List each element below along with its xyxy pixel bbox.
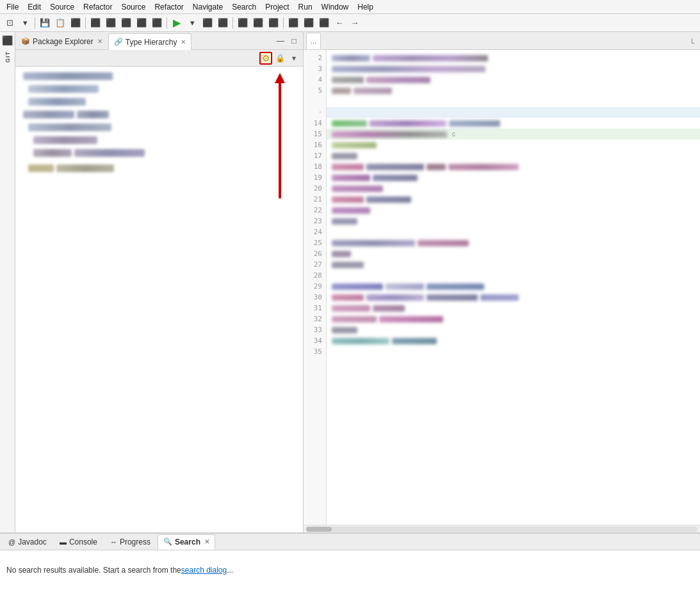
- type-hierarchy-btn[interactable]: ⚙: [259, 52, 272, 65]
- toolbar-btn-14[interactable]: ⬛: [286, 16, 300, 30]
- toolbar-sep-2: [85, 17, 86, 29]
- left-panel: 📦 Package Explorer ✕ 🔗 Type Hierarchy ✕ …: [15, 32, 304, 532]
- toolbar-btn-run[interactable]: ▶: [170, 16, 184, 30]
- toolbar-btn-run-dd[interactable]: ▾: [185, 16, 199, 30]
- tab-type-hierarchy[interactable]: 🔗 Type Hierarchy ✕: [108, 33, 192, 50]
- tab-type-hierarchy-close[interactable]: ✕: [181, 38, 186, 45]
- code-line-18: [332, 161, 695, 172]
- toolbar-btn-5[interactable]: ⬛: [88, 16, 102, 30]
- left-panel-content[interactable]: [15, 67, 303, 532]
- editor-tab-main[interactable]: ...: [306, 33, 321, 49]
- toolbar-sep-1: [35, 17, 35, 29]
- menu-window[interactable]: Window: [318, 2, 353, 12]
- tab-package-explorer-close[interactable]: ✕: [97, 38, 102, 45]
- toolbar-btn-18[interactable]: →: [348, 16, 362, 30]
- code-line-14: [332, 118, 695, 129]
- toolbar-btn-debug[interactable]: ⬛: [134, 16, 149, 30]
- tab-search[interactable]: 🔍 Search ✕: [158, 534, 215, 550]
- code-line-23: [332, 216, 695, 227]
- tab-javadoc[interactable]: @ Javadoc: [3, 534, 53, 550]
- toolbar-btn-4[interactable]: ⬛: [69, 16, 83, 30]
- bottom-tabbar: @ Javadoc ▬ Console ↔ Progress 🔍 Search …: [0, 534, 700, 550]
- lock-btn[interactable]: 🔒: [273, 52, 286, 65]
- toolbar-btn-15[interactable]: ⬛: [302, 16, 316, 30]
- menu-source-1[interactable]: Source: [46, 2, 78, 12]
- hscroll-thumb[interactable]: [306, 527, 332, 532]
- code-line-blank: [332, 96, 695, 107]
- code-area[interactable]: c: [327, 50, 700, 525]
- menu-source-2[interactable]: Source: [117, 2, 149, 12]
- panels-row: ⬛ GIT 📦 Package Explorer ✕ 🔗 Type Hierar…: [0, 32, 700, 532]
- perspective-icon-2[interactable]: GIT: [2, 51, 13, 63]
- toolbar-btn-11[interactable]: ⬛: [236, 16, 250, 30]
- tab-console[interactable]: ▬ Console: [54, 534, 103, 550]
- no-results-text: No search results available. Start a sea…: [6, 566, 181, 575]
- tab-progress[interactable]: ↔ Progress: [104, 534, 156, 550]
- line-dot: ·: [318, 107, 322, 118]
- view-menu-btn[interactable]: ▾: [288, 52, 300, 65]
- menu-file[interactable]: File: [3, 2, 22, 12]
- code-line-22: [332, 205, 695, 216]
- editor-tabbar: ... L: [304, 32, 700, 50]
- line-20: 20: [314, 183, 322, 194]
- line-5: 5: [318, 85, 322, 96]
- toolbar-btn-6[interactable]: ⬛: [104, 16, 118, 30]
- line-32: 32: [314, 314, 322, 324]
- toolbar-btn-10[interactable]: ⬛: [216, 16, 230, 30]
- left-panel-tabbar: 📦 Package Explorer ✕ 🔗 Type Hierarchy ✕ …: [15, 32, 303, 50]
- editor-hscroll[interactable]: [304, 525, 700, 532]
- toolbar-sep-5: [283, 17, 284, 29]
- tab-progress-label: Progress: [120, 538, 151, 546]
- toolbar-btn-13[interactable]: ⬛: [266, 16, 281, 30]
- line-4: 4: [318, 74, 322, 85]
- line-21: 21: [314, 194, 322, 205]
- line-26: 26: [314, 248, 322, 259]
- toolbar-btn-1[interactable]: ⊡: [3, 16, 17, 30]
- toolbar-btn-12[interactable]: ⬛: [251, 16, 265, 30]
- code-line-20: [332, 183, 695, 194]
- line-15: 15: [314, 129, 322, 140]
- menu-refactor-1[interactable]: Refactor: [79, 2, 116, 12]
- code-line-32: [332, 314, 695, 324]
- toolbar-btn-7[interactable]: ⬛: [119, 16, 133, 30]
- toolbar-btn-9[interactable]: ⬛: [200, 16, 215, 30]
- minimize-btn[interactable]: —: [274, 35, 287, 47]
- left-sidebar: ⬛ GIT: [0, 32, 15, 532]
- perspective-icon-1[interactable]: ⬛: [2, 35, 13, 46]
- javadoc-icon: @: [8, 538, 15, 546]
- code-line-2: [332, 52, 695, 63]
- tab-package-explorer[interactable]: 📦 Package Explorer ✕: [15, 33, 108, 49]
- code-line-19: [332, 172, 695, 183]
- tab-search-label: Search: [175, 538, 200, 546]
- menu-search[interactable]: Search: [228, 2, 260, 12]
- menu-help[interactable]: Help: [354, 2, 377, 12]
- search-dialog-link[interactable]: search dialog: [181, 566, 227, 575]
- editor-area[interactable]: 2 3 4 5 · 14 15 16 17 18 19 20 21 22 23: [304, 50, 700, 525]
- line-blank-1: [318, 96, 322, 107]
- menu-refactor-2[interactable]: Refactor: [151, 2, 187, 12]
- code-line-4: [332, 74, 695, 85]
- toolbar-btn-save[interactable]: 💾: [38, 16, 52, 30]
- console-icon: ▬: [60, 538, 67, 546]
- arrow-annotation: [275, 73, 285, 198]
- hscroll-track[interactable]: [306, 527, 697, 532]
- toolbar-btn-17[interactable]: ←: [332, 16, 346, 30]
- toolbar-btn-16[interactable]: ⬛: [317, 16, 331, 30]
- line-23: 23: [314, 216, 322, 227]
- tab-search-close[interactable]: ✕: [204, 538, 209, 545]
- panel-icons-area: — □: [274, 35, 303, 47]
- line-17: 17: [314, 150, 322, 161]
- toolbar-btn-3[interactable]: 📋: [53, 16, 67, 30]
- menu-edit[interactable]: Edit: [24, 2, 45, 12]
- menu-project[interactable]: Project: [261, 2, 293, 12]
- line-29: 29: [314, 281, 322, 292]
- code-line-17: [332, 150, 695, 161]
- toolbar-btn-8[interactable]: ⬛: [150, 16, 164, 30]
- toolbar-btn-2[interactable]: ▾: [18, 16, 32, 30]
- menu-run[interactable]: Run: [295, 2, 316, 12]
- code-line-3: [332, 63, 695, 74]
- bottom-panel: @ Javadoc ▬ Console ↔ Progress 🔍 Search …: [0, 532, 700, 590]
- maximize-btn[interactable]: □: [288, 35, 300, 47]
- arrow-head: [275, 73, 285, 83]
- menu-navigate[interactable]: Navigate: [189, 2, 227, 12]
